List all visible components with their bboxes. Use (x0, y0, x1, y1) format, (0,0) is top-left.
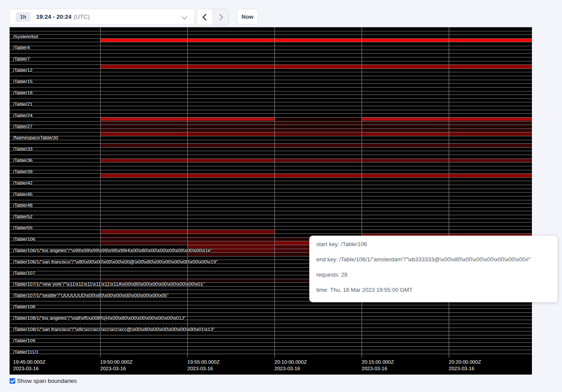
heat-band-segment[interactable] (187, 132, 274, 136)
x-axis-tick: 20:20:00.000Z2023-03-16 (449, 359, 481, 372)
heat-band-segment[interactable] (449, 144, 532, 147)
heat-band-segment[interactable] (187, 125, 274, 128)
time-range-dropdown[interactable]: 1h 19:24 - 20:24 (UTC) (9, 9, 195, 25)
heat-band-segment[interactable] (187, 39, 274, 42)
heat-band-segment[interactable] (362, 132, 449, 136)
row-label: /Table/106/1/"san francisco"/"\x80\x00\x… (13, 259, 218, 265)
heat-band-segment[interactable] (274, 129, 362, 132)
heat-band-segment[interactable] (274, 118, 362, 121)
row-label: /Table/21 (13, 101, 33, 107)
heat-band-segment[interactable] (187, 238, 274, 241)
row-label: /Table/45 (13, 191, 33, 197)
duration-badge: 1h (16, 12, 30, 22)
heat-band-segment[interactable] (449, 132, 532, 136)
heat-band-segment[interactable] (362, 125, 449, 128)
heat-band-segment[interactable] (362, 122, 449, 125)
heat-band-segment[interactable] (449, 65, 532, 68)
heat-band-segment[interactable] (274, 132, 362, 136)
heat-band-segment[interactable] (187, 144, 274, 147)
row-label: /Table/24 (13, 112, 33, 118)
heat-band-segment[interactable] (362, 174, 449, 177)
heat-band-segment[interactable] (362, 65, 449, 68)
heat-band-segment[interactable] (100, 39, 187, 42)
x-axis-tick: 20:15:00.000Z2023-03-16 (362, 359, 394, 372)
heat-band-segment[interactable] (449, 125, 532, 128)
heat-band-segment[interactable] (100, 241, 187, 245)
heat-band-segment[interactable] (100, 174, 187, 177)
heat-band-segment[interactable] (274, 122, 362, 125)
time-nav-group (196, 9, 229, 25)
next-interval-button[interactable] (213, 9, 228, 25)
key-visualizer-heatmap[interactable]: /System/tsd/Table/4/Table/7/Table/12/Tab… (10, 27, 532, 375)
heat-band-segment[interactable] (187, 241, 274, 245)
heat-band-segment[interactable] (274, 144, 362, 147)
heat-band-segment[interactable] (449, 39, 532, 42)
heat-band-segment[interactable] (449, 118, 532, 121)
heat-band-segment[interactable] (362, 118, 449, 121)
heatmap-options: Show span boundaries (10, 378, 77, 384)
heat-band-segment[interactable] (187, 230, 274, 233)
heat-band-segment[interactable] (100, 238, 187, 241)
heat-band-segment[interactable] (449, 159, 532, 162)
x-axis-tick-date: 2023-03-16 (274, 365, 307, 372)
row-label: /Table/106/1/"los angeles"/"\x99\x99\x99… (13, 247, 212, 253)
heat-band-segment[interactable] (274, 125, 362, 128)
heat-band-segment[interactable] (274, 174, 362, 177)
x-axis-tick-time: 20:20:00.000Z (449, 359, 481, 365)
heat-band-segment[interactable] (187, 174, 274, 177)
cell-tooltip: start key: /Table/106 end key: /Table/10… (309, 236, 558, 302)
show-span-boundaries-label: Show span boundaries (17, 378, 77, 384)
heat-band-segment[interactable] (362, 39, 449, 42)
heat-band-segment[interactable] (274, 65, 362, 68)
row-label: /Table/27 (13, 123, 33, 129)
x-axis-tick-date: 2023-03-16 (13, 365, 45, 372)
heat-band-segment[interactable] (100, 234, 187, 237)
x-axis-tick-date: 2023-03-16 (187, 365, 220, 372)
heat-band-segment[interactable] (187, 65, 274, 68)
x-axis-tick: 19:55:00.000Z2023-03-16 (187, 359, 220, 372)
x-axis-tick-date: 2023-03-16 (449, 365, 481, 372)
prev-interval-button[interactable] (197, 9, 213, 25)
heat-band-segment[interactable] (362, 159, 449, 162)
heat-band-segment[interactable] (449, 174, 532, 177)
heat-band-segment[interactable] (100, 132, 187, 136)
x-axis-tick-time: 20:10:00.000Z (274, 359, 307, 365)
tooltip-start-key: start key: /Table/106 (316, 237, 551, 252)
heat-band-segment[interactable] (449, 129, 532, 132)
heat-band-segment[interactable] (187, 159, 274, 162)
heat-band-segment[interactable] (274, 159, 362, 162)
heat-band-segment[interactable] (362, 144, 449, 147)
heat-band-segment[interactable] (187, 234, 274, 237)
heat-band-segment[interactable] (100, 144, 187, 147)
row-label: /Table/48 (13, 202, 33, 208)
heat-band-segment[interactable] (100, 230, 187, 233)
heat-band-segment[interactable] (100, 122, 187, 125)
x-axis-tick: 20:10:00.000Z2023-03-16 (274, 359, 307, 372)
now-button[interactable]: Now (237, 9, 258, 24)
heat-band-segment[interactable] (187, 122, 274, 125)
show-span-boundaries-checkbox[interactable] (10, 378, 15, 384)
heat-band-segment[interactable] (100, 118, 187, 121)
x-axis-tick-date: 2023-03-16 (100, 365, 132, 372)
heat-band-segment[interactable] (449, 122, 532, 125)
row-label: /Table/108 (13, 304, 35, 310)
row-label: /Table/18 (13, 90, 33, 96)
heat-band-segment[interactable] (100, 159, 187, 162)
row-label: /Table/52 (13, 213, 33, 220)
row-label: /Table/12 (13, 67, 33, 73)
heat-band-segment[interactable] (100, 129, 187, 132)
x-axis-tick-time: 19:55:00.000Z (187, 359, 220, 365)
chevron-right-icon (217, 14, 223, 20)
heat-band-segment[interactable] (362, 129, 449, 132)
heat-band-segment[interactable] (100, 65, 187, 68)
row-label: /Table/15 (13, 78, 33, 84)
heat-band-segment[interactable] (100, 125, 187, 128)
heat-band-segment[interactable] (274, 39, 362, 42)
row-label: /Table/108/1/"los angeles"/"\xa8\xf5\u00… (13, 315, 186, 321)
time-grid-line (100, 27, 101, 358)
row-label: /Table/107 (13, 270, 35, 276)
heat-band-segment[interactable] (187, 129, 274, 132)
heat-band-segment[interactable] (187, 118, 274, 121)
x-axis-tick-time: 19:45:00.000Z (13, 359, 45, 365)
x-axis-tick: 19:50:00.000Z2023-03-16 (100, 359, 132, 372)
